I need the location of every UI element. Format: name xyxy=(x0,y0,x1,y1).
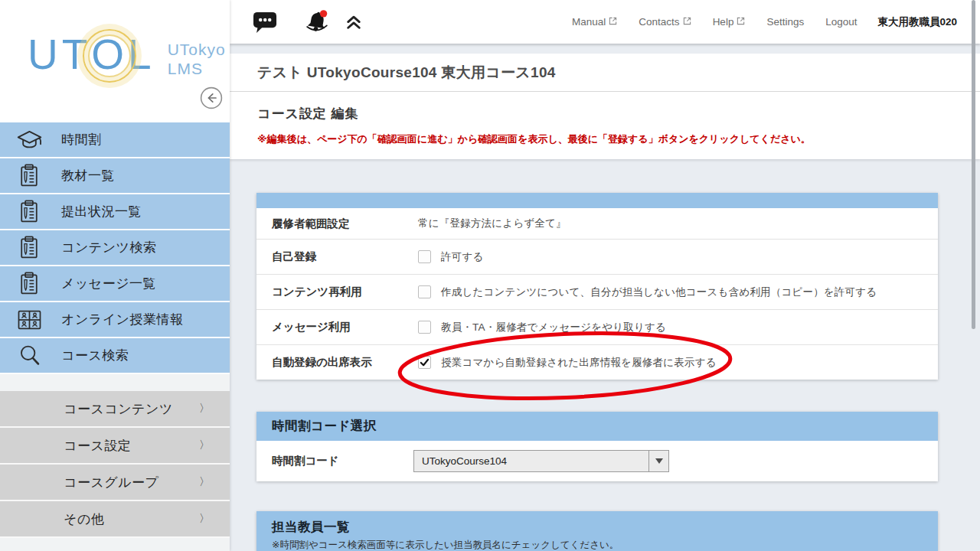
instructors-section: 担当教員一覧 ※時間割やコース検索画面等に表示したい担当教員名にチェックしてくだ… xyxy=(256,511,938,551)
sidebar-item-course-groups[interactable]: コースグループ〉 xyxy=(0,465,230,501)
sidebar-primary-menu: 時間割教材一覧提出状況一覧コンテンツ検索メッセージ一覧オンライン授業情報コース検… xyxy=(0,122,230,374)
topbar-link-help[interactable]: Help xyxy=(713,16,746,28)
external-link-icon xyxy=(683,16,691,28)
dropdown-arrow-icon[interactable] xyxy=(648,451,668,471)
timetable-code-row: 時間割コード UTokyoCourse104 xyxy=(256,441,938,481)
settings-table-header-bar xyxy=(256,193,938,208)
topbar-link-label: Manual xyxy=(572,16,606,28)
chevron-right-icon: 〉 xyxy=(199,402,210,416)
setting-text: 常に『登録方法によらず全て』 xyxy=(418,217,567,230)
topbar-link-logout[interactable]: Logout xyxy=(825,16,857,28)
chevron-right-icon: 〉 xyxy=(199,439,210,452)
edit-instructions-note: ※編集後は、ページ下の「確認画面に進む」から確認画面を表示し、最後に「登録する」… xyxy=(257,132,952,146)
sidebar-item-submissions[interactable]: 提出状況一覧 xyxy=(0,194,230,230)
setting-text: 許可する xyxy=(441,250,483,264)
checkbox-auto-attendance-display[interactable] xyxy=(418,356,431,369)
setting-value: 教員・TA・履修者でメッセージをやり取りする xyxy=(413,321,666,334)
settings-rows: 履修者範囲設定常に『登録方法によらず全て』自己登録許可するコンテンツ再利用作成し… xyxy=(256,208,938,380)
setting-value: 授業コマから自動登録された出席情報を履修者に表示する xyxy=(413,356,717,370)
logo-subtitle: UTokyo LMS xyxy=(168,34,226,78)
content-area: テスト UTokyoCourse104 東大用コース104 コース設定 編集 ※… xyxy=(230,44,980,551)
setting-label: コンテンツ再利用 xyxy=(256,285,413,299)
sidebar-item-label: コースグループ xyxy=(64,474,159,491)
checkbox-message-use[interactable] xyxy=(418,321,431,334)
user-name[interactable]: 東大用教職員020 xyxy=(877,15,957,29)
utol-logo[interactable]: UTOL UTokyo LMS xyxy=(28,34,226,78)
logo-o-with-rings: O xyxy=(91,34,128,76)
chat-icon[interactable] xyxy=(253,10,278,34)
sidebar-item-online-class[interactable]: オンライン授業情報 xyxy=(0,302,230,338)
external-link-icon xyxy=(609,16,617,28)
instructors-section-header: 担当教員一覧 ※時間割やコース検索画面等に表示したい担当教員名にチェックしてくだ… xyxy=(256,511,938,551)
sidebar-item-label: コース設定 xyxy=(64,437,131,455)
course-settings-table: 履修者範囲設定常に『登録方法によらず全て』自己登録許可するコンテンツ再利用作成し… xyxy=(256,193,938,380)
sidebar-item-course-contents[interactable]: コースコンテンツ〉 xyxy=(0,391,230,428)
topbar: ManualContactsHelpSettingsLogout 東大用教職員0… xyxy=(230,0,980,44)
timetable-code-section: 時間割コード選択 時間割コード UTokyoCourse104 xyxy=(256,412,938,481)
sidebar-item-content-search[interactable]: コンテンツ検索 xyxy=(0,230,230,266)
logo-area: UTOL UTokyo LMS xyxy=(0,0,230,122)
timetable-code-label: 時間割コード xyxy=(256,454,413,468)
setting-text: 作成したコンテンツについて、自分が担当しない他コースも含め利用（コピー）を許可す… xyxy=(441,285,877,299)
setting-row-message-use: メッセージ利用教員・TA・履修者でメッセージをやり取りする xyxy=(256,309,938,344)
checkbox-content-reuse[interactable] xyxy=(418,285,431,298)
chevron-right-icon: 〉 xyxy=(199,512,210,526)
topbar-link-manual[interactable]: Manual xyxy=(572,16,617,28)
setting-value: 許可する xyxy=(413,250,483,264)
setting-label: 履修者範囲設定 xyxy=(256,217,413,231)
sidebar-item-course-search[interactable]: コース検索 xyxy=(0,338,230,374)
timetable-code-select[interactable]: UTokyoCourse104 xyxy=(413,450,669,472)
section-title: コース設定 編集 xyxy=(257,105,952,122)
sidebar-item-label: 教材一覧 xyxy=(61,167,115,184)
sidebar-item-course-settings[interactable]: コース設定〉 xyxy=(0,428,230,465)
setting-text: 教員・TA・履修者でメッセージをやり取りする xyxy=(441,321,666,334)
timetable-section-title: 時間割コード選択 xyxy=(256,412,938,441)
setting-row-enrollee-scope: 履修者範囲設定常に『登録方法によらず全て』 xyxy=(256,208,938,239)
setting-value: 作成したコンテンツについて、自分が担当しない他コースも含め利用（コピー）を許可す… xyxy=(413,285,877,299)
clipboard-icon xyxy=(13,271,45,297)
chevron-right-icon: 〉 xyxy=(199,475,210,489)
instructors-section-note: ※時間割やコース検索画面等に表示したい担当教員名にチェックしてください。 xyxy=(272,539,923,551)
title-band: テスト UTokyoCourse104 東大用コース104 コース設定 編集 ※… xyxy=(230,54,980,159)
setting-label: 自動登録の出席表示 xyxy=(256,355,413,370)
setting-row-content-reuse: コンテンツ再利用作成したコンテンツについて、自分が担当しない他コースも含め利用（… xyxy=(256,274,938,309)
clipboard-icon xyxy=(13,163,45,189)
sidebar-item-label: その他 xyxy=(64,510,104,528)
sidebar-item-label: オンライン授業情報 xyxy=(61,311,184,328)
sidebar-item-materials[interactable]: 教材一覧 xyxy=(0,158,230,194)
sidebar-item-others[interactable]: その他〉 xyxy=(0,501,230,538)
topbar-link-settings[interactable]: Settings xyxy=(766,16,804,28)
collapse-icon[interactable] xyxy=(345,15,362,30)
vertical-scrollbar[interactable] xyxy=(972,0,975,329)
topbar-link-label: Contacts xyxy=(639,16,679,28)
setting-label: 自己登録 xyxy=(256,249,413,264)
edit-section-header: コース設定 編集 ※編集後は、ページ下の「確認画面に進む」から確認画面を表示し、… xyxy=(230,92,980,159)
topbar-link-label: Settings xyxy=(766,16,804,28)
external-link-icon xyxy=(737,16,745,28)
sidebar: UTOL UTokyo LMS 時間割教材一覧提出状況一覧コンテンツ検索メッセー… xyxy=(0,0,230,551)
clipboard-icon xyxy=(13,199,45,225)
collapse-sidebar-back-icon[interactable] xyxy=(200,86,223,109)
sidebar-item-label: 提出状況一覧 xyxy=(61,203,142,220)
sidebar-item-timetable[interactable]: 時間割 xyxy=(0,122,230,158)
logo-text: UTOL xyxy=(28,34,155,76)
online-class-icon xyxy=(13,308,45,331)
notification-badge xyxy=(320,10,327,17)
setting-value: 常に『登録方法によらず全て』 xyxy=(413,217,567,230)
setting-row-auto-attendance-display: 自動登録の出席表示授業コマから自動登録された出席情報を履修者に表示する xyxy=(256,344,938,380)
sidebar-item-messages[interactable]: メッセージ一覧 xyxy=(0,266,230,302)
topbar-link-label: Help xyxy=(713,16,734,28)
topbar-link-contacts[interactable]: Contacts xyxy=(639,16,691,28)
sidebar-item-label: メッセージ一覧 xyxy=(61,275,156,292)
instructors-section-title: 担当教員一覧 xyxy=(272,519,923,536)
search-icon xyxy=(13,343,45,368)
utol-app: UTOL UTokyo LMS 時間割教材一覧提出状況一覧コンテンツ検索メッセー… xyxy=(0,0,980,551)
bell-icon[interactable] xyxy=(303,8,331,36)
timetable-code-selected-value: UTokyoCourse104 xyxy=(414,455,648,467)
checkbox-self-registration[interactable] xyxy=(418,250,431,263)
page-title: テスト UTokyoCourse104 東大用コース104 xyxy=(230,54,980,92)
setting-label: メッセージ利用 xyxy=(256,320,413,334)
clipboard-icon xyxy=(13,235,45,261)
sidebar-item-label: コンテンツ検索 xyxy=(61,239,157,256)
sidebar-item-label: コースコンテンツ xyxy=(64,400,173,418)
